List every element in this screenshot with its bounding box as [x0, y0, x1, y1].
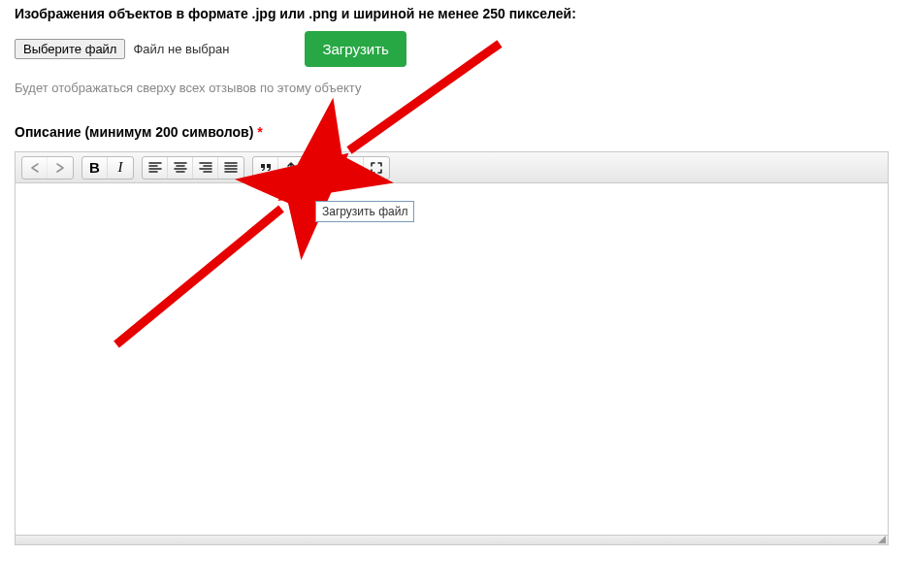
toolbar-media-group — [312, 156, 390, 180]
emoji-button[interactable] — [313, 157, 339, 179]
image-upload-label: Изображения объектов в формате .jpg или … — [15, 6, 894, 21]
svg-point-2 — [327, 165, 329, 167]
video-button[interactable] — [339, 157, 364, 179]
svg-point-1 — [322, 165, 324, 167]
required-mark: * — [257, 124, 262, 140]
align-left-button[interactable] — [143, 157, 168, 179]
toolbar-insert-group — [252, 156, 305, 180]
upload-file-button[interactable] — [278, 157, 304, 179]
redo-icon — [52, 160, 68, 176]
fullscreen-button[interactable] — [364, 157, 389, 179]
resize-grip-icon — [878, 536, 886, 543]
italic-button[interactable]: I — [108, 157, 133, 179]
align-center-icon — [173, 160, 188, 176]
rich-text-editor: B I — [15, 151, 889, 545]
emoji-icon — [318, 160, 334, 176]
editor-textarea[interactable] — [16, 183, 888, 535]
toolbar-format-group: B I — [81, 156, 134, 180]
upload-file-tooltip: Загрузить файл — [315, 201, 414, 222]
align-right-icon — [198, 160, 213, 176]
video-icon — [343, 160, 359, 176]
quote-button[interactable] — [253, 157, 278, 179]
undo-icon — [27, 160, 43, 176]
editor-toolbar: B I — [16, 152, 888, 183]
undo-button[interactable] — [22, 157, 48, 179]
redo-button[interactable] — [48, 157, 73, 179]
choose-file-button[interactable]: Выберите файл — [15, 39, 125, 59]
align-right-button[interactable] — [193, 157, 218, 179]
upload-icon — [283, 160, 299, 176]
image-upload-hint: Будет отображаться сверху всех отзывов п… — [15, 81, 894, 95]
image-upload-row: Выберите файл Файл не выбран Загрузить — [15, 31, 894, 67]
toolbar-align-group — [142, 156, 244, 180]
upload-button[interactable]: Загрузить — [305, 31, 406, 67]
align-justify-button[interactable] — [218, 157, 243, 179]
description-label-text: Описание (минимум 200 символов) — [15, 124, 253, 140]
align-left-icon — [147, 160, 163, 176]
editor-resize-bar[interactable] — [16, 535, 888, 544]
bold-button[interactable]: B — [82, 157, 108, 179]
description-label: Описание (минимум 200 символов) * — [15, 124, 894, 140]
align-center-button[interactable] — [168, 157, 193, 179]
toolbar-history-group — [21, 156, 74, 180]
fullscreen-icon — [369, 160, 384, 176]
align-justify-icon — [223, 160, 239, 176]
quote-icon — [258, 160, 274, 176]
file-status-text: Файл не выбран — [133, 42, 229, 56]
